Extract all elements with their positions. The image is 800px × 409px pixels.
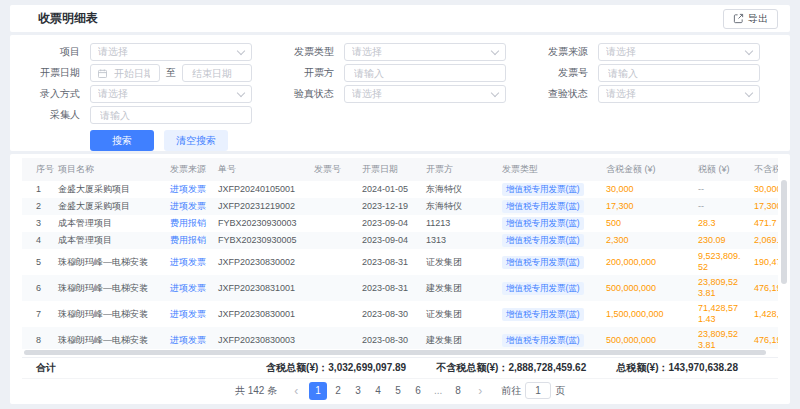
filter-check-status: 查验状态 请选择 bbox=[532, 85, 760, 103]
invoice-detail-page: 收票明细表 导出 项目 请选择 发票类型 请选择 bbox=[0, 0, 800, 409]
column-header-source: 发票来源 bbox=[164, 158, 212, 181]
verify-status-select[interactable]: 请选择 bbox=[344, 85, 506, 103]
clear-search-button[interactable]: 清空搜索 bbox=[164, 130, 228, 151]
invoice-type-select[interactable]: 请选择 bbox=[344, 43, 506, 61]
table-row[interactable]: 5珠穆朗玛峰—电梯安装进项发票JXFP202308300022023-08-31… bbox=[22, 249, 778, 275]
cell-project: 成本管理项目 bbox=[52, 215, 164, 232]
chevron-down-icon bbox=[745, 88, 753, 96]
page-button-6[interactable]: 6 bbox=[409, 382, 427, 400]
invoice-source-link[interactable]: 费用报销 bbox=[170, 218, 206, 228]
cell-type: 增值税专用发票(蓝) bbox=[496, 249, 600, 275]
start-date-field[interactable] bbox=[112, 67, 152, 80]
check-status-select[interactable]: 请选择 bbox=[598, 85, 760, 103]
cell-tax: 230.09 bbox=[692, 232, 748, 249]
cell-project: 珠穆朗玛峰—电梯安装 bbox=[52, 301, 164, 327]
cell-no: 6 bbox=[22, 275, 52, 301]
column-header-project: 项目名称 bbox=[52, 158, 164, 181]
cell-date: 2023-12-19 bbox=[356, 198, 420, 215]
invoice-source-link[interactable]: 进项发票 bbox=[170, 184, 206, 194]
start-date-input[interactable] bbox=[90, 64, 160, 82]
end-date-input[interactable] bbox=[182, 64, 252, 82]
entry-method-select-placeholder: 请选择 bbox=[98, 87, 238, 101]
cell-invoice_no bbox=[308, 181, 356, 198]
chevron-down-icon bbox=[745, 46, 753, 54]
tax-excluded-total-label: 不含税总额(¥)： bbox=[436, 362, 508, 373]
invoice-source-select[interactable]: 请选择 bbox=[598, 43, 760, 61]
filter-invoice-type: 发票类型 请选择 bbox=[278, 43, 506, 61]
vertical-scrollbar[interactable] bbox=[781, 180, 787, 284]
cell-type: 增值税专用发票(蓝) bbox=[496, 275, 600, 301]
cell-invoice_no bbox=[308, 232, 356, 249]
tax-included-total-label: 含税总额(¥)： bbox=[266, 362, 328, 373]
invoice-source-link[interactable]: 进项发票 bbox=[170, 335, 206, 345]
invoice-source-link[interactable]: 进项发票 bbox=[170, 201, 206, 211]
summary-row: 合计 含税总额(¥)：3,032,699,097.89 不含税总额(¥)：2,8… bbox=[22, 357, 778, 378]
table-row[interactable]: 4成本管理项目费用报销FYBX202309300052023-09-041313… bbox=[22, 232, 778, 249]
cell-amount: 500,000,000 bbox=[600, 327, 692, 349]
entry-method-select[interactable]: 请选择 bbox=[90, 85, 252, 103]
cell-tax: -- bbox=[692, 198, 748, 215]
column-header-issuer: 开票方 bbox=[420, 158, 496, 181]
collector-label: 采集人 bbox=[24, 108, 80, 122]
filter-panel: 项目 请选择 发票类型 请选择 发票来源 请选择 bbox=[10, 35, 790, 151]
check-status-label: 查验状态 bbox=[532, 87, 588, 101]
invoice-type-badge: 增值税专用发票(蓝) bbox=[502, 334, 584, 347]
cell-invoice_no bbox=[308, 215, 356, 232]
cell-type: 增值税专用发票(蓝) bbox=[496, 301, 600, 327]
collector-input[interactable] bbox=[98, 109, 244, 122]
project-select[interactable]: 请选择 bbox=[90, 43, 252, 61]
invoice-source-link[interactable]: 进项发票 bbox=[170, 257, 206, 267]
chevron-down-icon bbox=[237, 46, 245, 54]
issuer-input[interactable] bbox=[352, 67, 498, 80]
cell-tax: 71,428,571.43 bbox=[692, 301, 748, 327]
cell-date: 2023-08-30 bbox=[356, 327, 420, 349]
table-row[interactable]: 6珠穆朗玛峰—电梯安装进项发票JXFP202308310012023-08-31… bbox=[22, 275, 778, 301]
page-button-1[interactable]: 1 bbox=[309, 382, 327, 400]
cell-net: 476,190,476.19 bbox=[748, 275, 778, 301]
cell-date: 2023-08-30 bbox=[356, 301, 420, 327]
filter-project: 项目 请选择 bbox=[24, 43, 252, 61]
cell-order_no: JXFP20230830001 bbox=[212, 301, 308, 327]
cell-date: 2023-08-31 bbox=[356, 249, 420, 275]
cell-issuer: 证发集团 bbox=[420, 249, 496, 275]
invoice-type-badge: 增值税专用发票(蓝) bbox=[502, 256, 584, 269]
tax-excluded-total-value: 2,888,728,459.62 bbox=[508, 362, 586, 373]
page-button-4[interactable]: 4 bbox=[369, 382, 387, 400]
table-row[interactable]: 3成本管理项目费用报销FYBX202309300032023-09-041121… bbox=[22, 215, 778, 232]
table-row[interactable]: 7珠穆朗玛峰—电梯安装进项发票JXFP202308300012023-08-30… bbox=[22, 301, 778, 327]
page-button-5[interactable]: 5 bbox=[389, 382, 407, 400]
table-row[interactable]: 1金盛大厦采购项目进项发票JXFP202401050012024-01-05东海… bbox=[22, 181, 778, 198]
page-button-8[interactable]: 8 bbox=[449, 382, 467, 400]
search-button[interactable]: 搜索 bbox=[90, 130, 154, 151]
filter-entry-method: 录入方式 请选择 bbox=[24, 85, 252, 103]
invoice-no-input[interactable] bbox=[606, 67, 752, 80]
page-button-2[interactable]: 2 bbox=[329, 382, 347, 400]
check-status-select-placeholder: 请选择 bbox=[606, 87, 746, 101]
filter-actions: 搜索 清空搜索 bbox=[24, 130, 760, 151]
export-button[interactable]: 导出 bbox=[723, 9, 778, 29]
invoice-source-link[interactable]: 进项发票 bbox=[170, 309, 206, 319]
table-row[interactable]: 8珠穆朗玛峰—电梯安装进项发票JXFP202308300032023-08-30… bbox=[22, 327, 778, 349]
column-header-no: 序号 bbox=[22, 158, 52, 181]
cell-no: 1 bbox=[22, 181, 52, 198]
cell-no: 8 bbox=[22, 327, 52, 349]
collector-input-wrap bbox=[90, 106, 252, 124]
invoice-source-link[interactable]: 进项发票 bbox=[170, 283, 206, 293]
cell-project: 金盛大厦采购项目 bbox=[52, 198, 164, 215]
table-row[interactable]: 2金盛大厦采购项目进项发票JXFP202312190022023-12-19东海… bbox=[22, 198, 778, 215]
cell-no: 4 bbox=[22, 232, 52, 249]
column-header-tax: 税额 (¥) bbox=[692, 158, 748, 181]
horizontal-scrollbar[interactable] bbox=[24, 350, 766, 355]
end-date-field[interactable] bbox=[190, 67, 244, 80]
prev-page-button[interactable]: ‹ bbox=[287, 382, 305, 400]
invoice-source-link[interactable]: 费用报销 bbox=[170, 235, 206, 245]
page-button-3[interactable]: 3 bbox=[349, 382, 367, 400]
table-scroll-area[interactable]: 序号项目名称发票来源单号发票号开票日期开票方发票类型含税金额 (¥)税额 (¥)… bbox=[22, 158, 778, 349]
next-page-button[interactable]: › bbox=[471, 382, 489, 400]
page-title: 收票明细表 bbox=[38, 10, 98, 27]
page-ellipsis: ... bbox=[429, 382, 447, 400]
filter-invoice-date: 开票日期 至 bbox=[24, 64, 252, 82]
cell-net: 30,000 bbox=[748, 181, 778, 198]
goto-page-input[interactable] bbox=[525, 382, 551, 399]
cell-source: 费用报销 bbox=[164, 232, 212, 249]
